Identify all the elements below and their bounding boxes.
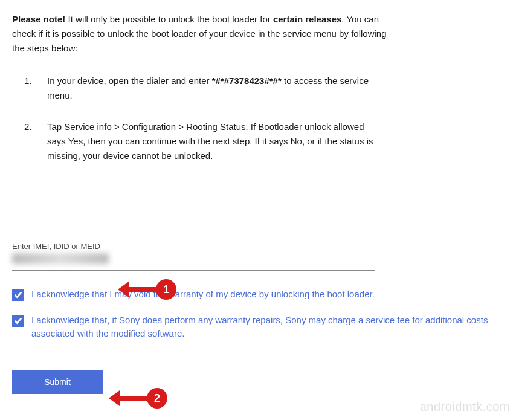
imei-label: Enter IMEI, IDID or MEID [12,242,504,251]
notice-text: Please note! It will only be possible to… [12,12,387,56]
imei-blurred-value [12,253,109,264]
notice-bold-prefix: Please note! [12,14,65,24]
watermark: androidmtk.com [420,400,510,414]
step-1-code: *#*#7378423#*#* [212,76,282,86]
checkbox-row-2: I acknowledge that, if Sony does perform… [12,314,504,341]
checkbox-row-1: I acknowledge that I may void the warran… [12,288,504,302]
checkbox-warranty-void-label[interactable]: I acknowledge that I may void the warran… [31,288,375,302]
checkmark-icon [14,317,22,325]
step-1: In your device, open the dialer and ente… [24,74,375,103]
step-1-pre: In your device, open the dialer and ente… [47,76,212,86]
checkbox-service-fee-label[interactable]: I acknowledge that, if Sony does perform… [31,314,504,341]
step-2: Tap Service info > Configuration > Rooti… [24,120,375,163]
checkbox-service-fee[interactable] [12,315,24,327]
submit-button[interactable]: Submit [12,370,103,394]
notice-bold-releases: certain releases [273,14,341,24]
form-section: Enter IMEI, IDID or MEID I acknowledge t… [12,242,504,394]
notice-text-1: It will only be possible to unlock the b… [65,14,273,24]
checkbox-warranty-void[interactable] [12,289,24,301]
imei-input[interactable] [12,253,375,271]
checkmark-icon [14,291,22,299]
step-2-text: Tap Service info > Configuration > Rooti… [47,121,373,161]
steps-list: In your device, open the dialer and ente… [24,74,375,163]
arrow-icon [118,396,148,401]
